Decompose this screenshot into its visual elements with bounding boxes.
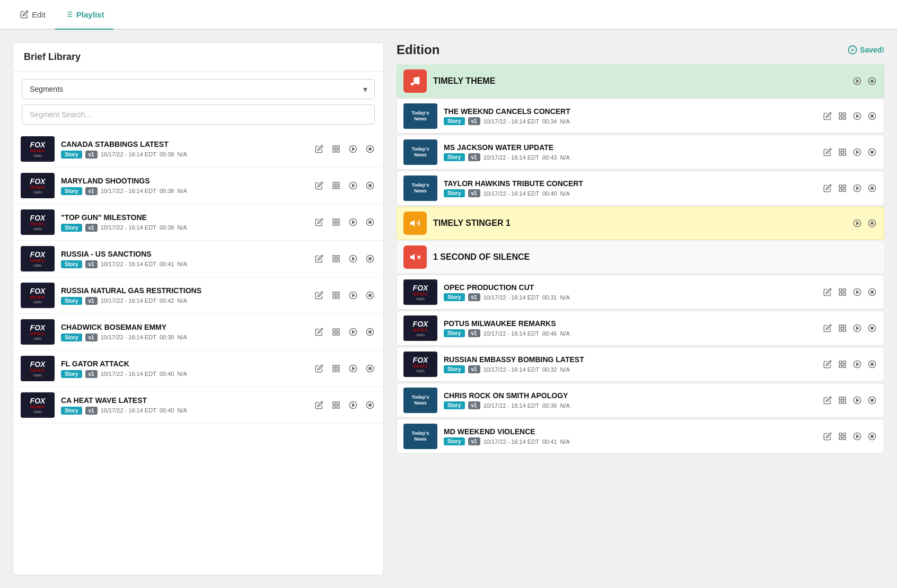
stop-action-icon[interactable]	[364, 216, 376, 228]
svg-rect-57	[337, 369, 339, 372]
list-item: FOX NEWS radio CANADA STABBINGS LATEST S…	[13, 131, 383, 168]
play-action-icon[interactable]	[852, 111, 863, 121]
svg-marker-27	[353, 221, 355, 223]
segment-meta: Story v1 10/17/22 - 16:14 EDT 00:38 N/A	[61, 187, 307, 195]
svg-rect-62	[333, 402, 336, 405]
grid-action-icon[interactable]	[837, 111, 848, 121]
svg-rect-14	[333, 182, 336, 185]
segment-logo: FOX NEWS radio	[21, 356, 55, 381]
stop-action-icon[interactable]	[364, 180, 376, 191]
story-badge: Story	[61, 260, 82, 268]
segment-extra: N/A	[177, 371, 187, 377]
stop-action-icon[interactable]	[364, 143, 376, 155]
play-action-icon[interactable]	[347, 143, 359, 155]
segments-select[interactable]: Segments All Stories Themes	[22, 79, 375, 99]
edit-action-icon[interactable]	[822, 431, 833, 442]
grid-action-icon[interactable]	[330, 363, 342, 374]
svg-rect-92	[871, 151, 873, 153]
stop-action-icon[interactable]	[867, 431, 877, 442]
grid-action-icon[interactable]	[330, 253, 342, 265]
grid-action-icon[interactable]	[330, 180, 342, 191]
version-badge: v1	[468, 117, 480, 125]
stop-action-icon[interactable]	[867, 218, 877, 229]
play-action-icon[interactable]	[347, 399, 359, 411]
svg-rect-21	[369, 185, 371, 187]
stop-action-icon[interactable]	[867, 359, 877, 370]
stop-action-icon[interactable]	[867, 76, 877, 86]
svg-rect-110	[843, 289, 846, 292]
play-action-icon[interactable]	[852, 287, 863, 297]
edit-action-icon[interactable]	[822, 359, 833, 370]
stop-action-icon[interactable]	[867, 147, 877, 157]
grid-action-icon[interactable]	[837, 359, 848, 370]
stop-action-icon[interactable]	[867, 111, 877, 121]
search-box	[22, 104, 375, 125]
edit-action-icon[interactable]	[313, 180, 325, 191]
edit-action-icon[interactable]	[313, 253, 325, 265]
grid-action-icon[interactable]	[837, 183, 848, 194]
edit-action-icon[interactable]	[313, 326, 325, 338]
segment-meta: Story v1 10/17/22 - 16:14 EDT 00:42 N/A	[61, 297, 307, 305]
stop-action-icon[interactable]	[364, 363, 376, 374]
play-action-icon[interactable]	[347, 180, 359, 191]
segment-info: CHADWICK BOSEMAN EMMY Story v1 10/17/22 …	[61, 323, 307, 341]
edit-action-icon[interactable]	[822, 395, 833, 406]
grid-action-icon[interactable]	[837, 431, 848, 442]
stop-action-icon[interactable]	[867, 395, 877, 406]
stop-action-icon[interactable]	[867, 287, 877, 297]
grid-action-icon[interactable]	[330, 399, 342, 411]
play-action-icon[interactable]	[852, 431, 863, 442]
stop-action-icon[interactable]	[364, 289, 376, 301]
edit-action-icon[interactable]	[313, 143, 325, 155]
tab-playlist[interactable]: Playlist	[55, 0, 114, 30]
play-action-icon[interactable]	[852, 323, 863, 334]
stop-action-icon[interactable]	[867, 323, 877, 334]
stop-action-icon[interactable]	[867, 183, 877, 194]
stop-action-icon[interactable]	[364, 253, 376, 265]
grid-action-icon[interactable]	[330, 326, 342, 338]
segment-info: RUSSIA - US SANCTIONS Story v1 10/17/22 …	[61, 250, 307, 268]
edition-actions	[822, 323, 877, 334]
play-action-icon[interactable]	[852, 147, 863, 157]
svg-rect-61	[369, 367, 371, 370]
svg-rect-64	[333, 406, 336, 408]
play-action-icon[interactable]	[852, 183, 863, 194]
edit-action-icon[interactable]	[313, 216, 325, 228]
tab-edit[interactable]: Edit	[11, 0, 55, 30]
grid-action-icon[interactable]	[837, 147, 848, 157]
edit-action-icon[interactable]	[822, 287, 833, 297]
svg-rect-132	[871, 363, 873, 365]
grid-action-icon[interactable]	[330, 143, 342, 155]
play-action-icon[interactable]	[347, 216, 359, 228]
play-action-icon[interactable]	[852, 359, 863, 370]
grid-action-icon[interactable]	[330, 289, 342, 301]
svg-rect-29	[369, 221, 371, 223]
play-action-icon[interactable]	[852, 218, 863, 229]
edit-action-icon[interactable]	[822, 111, 833, 121]
play-action-icon[interactable]	[347, 363, 359, 374]
stop-action-icon[interactable]	[364, 399, 376, 411]
play-action-icon[interactable]	[347, 289, 359, 301]
edition-item-info: 1 Second of Silence	[433, 252, 877, 262]
play-action-icon[interactable]	[347, 326, 359, 338]
table-row: Today'sNews MS JACKSON WATER UPDATE Stor…	[397, 135, 884, 170]
edition-title: Edition	[397, 42, 439, 57]
edition-item-meta: Story v1 10/17/22 - 16:14 EDT 00:46 N/A	[444, 329, 816, 337]
edit-action-icon[interactable]	[313, 399, 325, 411]
play-action-icon[interactable]	[852, 395, 863, 406]
play-action-icon[interactable]	[347, 253, 359, 265]
edit-action-icon[interactable]	[822, 183, 833, 194]
grid-action-icon[interactable]	[330, 216, 342, 228]
edit-action-icon[interactable]	[313, 289, 325, 301]
grid-action-icon[interactable]	[837, 395, 848, 406]
play-action-icon[interactable]	[852, 76, 863, 86]
grid-action-icon[interactable]	[837, 287, 848, 297]
edit-action-icon[interactable]	[313, 363, 325, 374]
search-input[interactable]	[22, 104, 375, 125]
stop-action-icon[interactable]	[364, 326, 376, 338]
svg-rect-112	[843, 293, 846, 295]
svg-rect-78	[843, 113, 846, 116]
edit-action-icon[interactable]	[822, 323, 833, 334]
edit-action-icon[interactable]	[822, 147, 833, 157]
grid-action-icon[interactable]	[837, 323, 848, 334]
